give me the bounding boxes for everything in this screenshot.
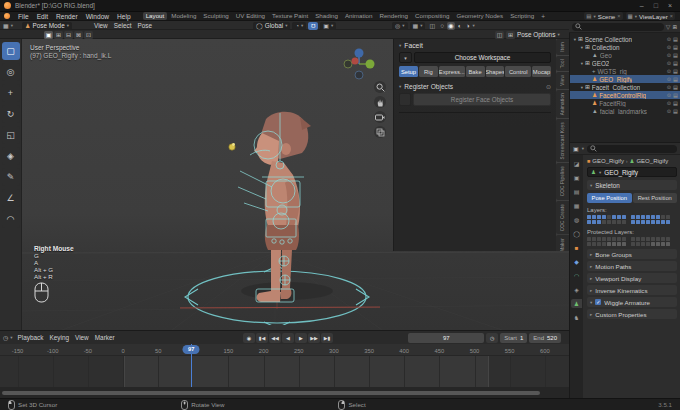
shading-dropdown-icon[interactable]: ▾ [473,23,475,28]
workspace-tab-texture-paint[interactable]: Texture Paint [269,12,311,20]
properties-tab-tool[interactable]: ◪ [571,159,582,168]
viewport-menu-select[interactable]: Select [112,22,134,29]
shading-material-button[interactable]: ◐ [457,22,463,29]
layer-toggle[interactable] [636,237,640,241]
pose-options-button[interactable]: Pose Options [517,31,555,38]
layer-toggle[interactable] [656,242,660,246]
sidebar-tab-item[interactable]: Item [556,39,569,55]
eye-icon[interactable]: ⊙ [667,92,671,98]
layer-toggle[interactable] [651,220,655,224]
outliner-row-geo2[interactable]: ▾⊞GEO2⊙▤ [570,59,680,67]
workspace-tab-uv-editing[interactable]: UV Editing [233,12,268,20]
tool-scale[interactable]: ◱ [2,126,20,144]
choose-workspace-dropdown[interactable]: Choose Workspace [414,52,551,63]
workspace-tab-geometry-nodes[interactable]: Geometry Nodes [453,12,506,20]
layer-toggle[interactable] [622,220,626,224]
layer-toggle[interactable] [607,215,611,219]
tool-transform[interactable]: ◈ [2,147,20,165]
layer-toggle[interactable] [666,242,670,246]
layer-toggle[interactable] [597,215,601,219]
menu-edit[interactable]: Edit [33,13,52,20]
faceit-tab-setup[interactable]: Setup [399,66,418,77]
outliner-row-scene-collection[interactable]: ▾⊞Scene Collection⊙▤ [570,35,680,43]
faceit-tab-control[interactable]: Control [505,66,531,77]
menu-render[interactable]: Render [52,13,82,20]
menu-file[interactable]: File [14,13,33,20]
rest-position-button[interactable]: Rest Position [633,193,678,203]
sidebar-tab-tool[interactable]: Tool [556,56,569,71]
pose-position-button[interactable]: Pose Position [587,193,632,203]
snap-magnet-toggle[interactable]: Ω [308,22,318,30]
perspective-toggle-button[interactable] [374,126,386,138]
layer-toggle[interactable] [646,237,650,241]
layer-toggle[interactable] [587,215,591,219]
layer-toggle[interactable] [607,242,611,246]
camera-icon[interactable]: ▤ [673,76,678,82]
layer-toggle[interactable] [636,242,640,246]
layer-toggle[interactable] [617,220,621,224]
tool-select-box[interactable]: ▢ [2,42,20,60]
add-workspace-button[interactable]: + [538,13,548,20]
select-intersect-icon[interactable]: ⊡ [84,31,93,39]
shading-solid-button[interactable]: ◉ [447,22,455,30]
faceit-tab-mocap[interactable]: Mocap [532,66,551,77]
workspace-tab-animation[interactable]: Animation [342,12,376,20]
layer-toggle[interactable] [646,242,650,246]
camera-icon[interactable]: ▤ [673,44,678,50]
pan-button[interactable] [374,96,386,108]
eye-icon[interactable]: ⊙ [667,108,671,114]
camera-icon[interactable]: ▤ [673,92,678,98]
jump-end-button[interactable]: ▶▮ [321,333,333,343]
layer-toggle[interactable] [651,237,655,241]
tool-measure[interactable]: ∠ [2,189,20,207]
maximize-button[interactable]: □ [654,1,658,11]
section-bone-groups[interactable]: ▸Bone Groups [587,249,677,259]
properties-tab-modifiers[interactable]: ◆ [571,257,582,266]
tool-pose-breakdowner[interactable]: ◠ [2,210,20,228]
register-face-objects-button[interactable]: Register Face Objects [413,93,551,106]
camera-icon[interactable]: ▤ [673,68,678,74]
camera-view-button[interactable] [374,111,386,123]
transform-mirror-icon[interactable]: ◫ [495,31,504,39]
workspace-prev-button[interactable]: ▾ [399,52,412,63]
layer-toggle[interactable] [661,215,665,219]
outliner-row-geo-rigify[interactable]: ♟GEO_Rigify⊙▤ [570,75,680,83]
layer-toggle[interactable] [641,242,645,246]
layer-toggle[interactable] [592,242,596,246]
layer-toggle[interactable] [651,215,655,219]
select-set-icon[interactable]: ▣ [44,31,53,39]
shading-rendered-button[interactable]: ◑ [465,22,471,29]
viewport-menu-view[interactable]: View [92,22,110,29]
layer-toggle[interactable] [602,242,606,246]
playhead-frame-badge[interactable]: 97 [183,345,200,354]
outliner-row-faceit-collection[interactable]: ▾⊞Faceit_Collection⊙▤ [570,83,680,91]
breadcrumb-data[interactable]: GEO_Rigify [636,158,668,164]
layer-toggle[interactable] [636,215,640,219]
blender-menu-icon[interactable] [4,13,10,19]
play-button[interactable]: ▶ [295,333,307,343]
timeline-track-area[interactable] [0,356,569,387]
sidebar-tab-animation[interactable]: Animation [556,90,569,118]
eye-icon[interactable]: ⊙ [667,68,671,74]
tool-rotate[interactable]: ↻ [2,105,20,123]
gizmos-button[interactable]: ◎▾ [392,22,408,30]
section-viewport-display[interactable]: ▸Viewport Display [587,273,677,283]
select-subtract-icon[interactable]: ⊟ [64,31,73,39]
eye-icon[interactable]: ⊙ [667,52,671,58]
workspace-tab-scripting[interactable]: Scripting [507,12,537,20]
layer-toggle[interactable] [622,242,626,246]
eye-icon[interactable]: ⊙ [667,84,671,90]
properties-tab-world[interactable]: ◯ [571,229,582,238]
tool-annotate[interactable]: ✎ [2,168,20,186]
layer-toggle[interactable] [661,220,665,224]
close-button[interactable]: × [668,1,672,11]
tool-move[interactable]: + [2,84,20,102]
timeline-editor-icon[interactable]: ◷ [3,334,8,341]
layer-toggle[interactable] [631,237,635,241]
outliner-options-icon[interactable]: ⊞ [672,24,677,30]
layer-toggle[interactable] [602,220,606,224]
start-frame-field[interactable]: Start 1 [500,333,527,343]
timeline-menu-view[interactable]: View [72,334,92,341]
character-rig[interactable] [180,95,380,325]
layer-toggle[interactable] [666,215,670,219]
